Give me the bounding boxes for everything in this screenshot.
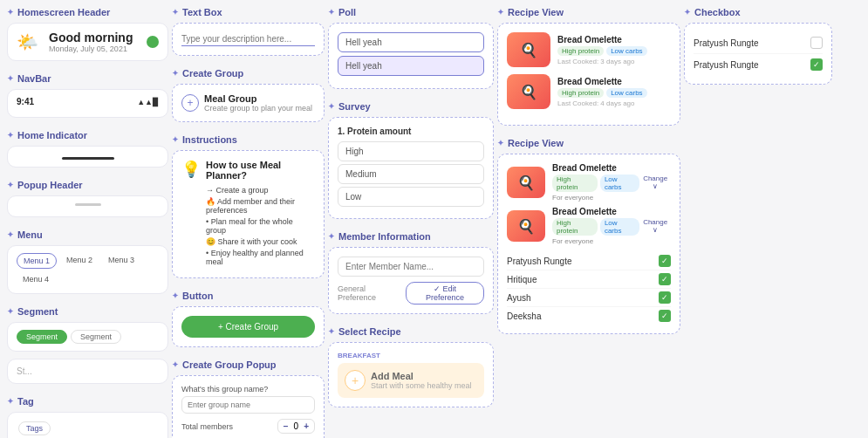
recipe-card-1[interactable]: 🍳 Bread Omelette High protein Low carbs … (507, 32, 671, 67)
checkbox-empty-1[interactable] (810, 37, 823, 49)
segment-title: Segment (7, 306, 168, 317)
menu-item-4[interactable]: Menu 4 (17, 272, 55, 286)
rv-recipe-img-1: 🍳 (507, 167, 545, 198)
survey-option-3[interactable]: Low (338, 187, 484, 207)
instructions-title: Instructions (172, 134, 325, 145)
recipe-tag-carb-2: Low carbs (606, 88, 646, 98)
edit-preference-button[interactable]: ✓ Edit Preference (406, 282, 484, 305)
member-name-input[interactable] (338, 257, 484, 277)
instr-step-1: → Create a group (206, 186, 315, 195)
menu-item-2[interactable]: Menu 2 (60, 253, 99, 269)
recipe-card-2[interactable]: 🍳 Bread Omelette High protein Low carbs … (507, 74, 671, 109)
add-meal-label: Add Meal (371, 371, 472, 381)
member-info-widget: General Preference ✓ Edit Preference (328, 247, 494, 314)
member-check-4: Deeksha ✓ (507, 307, 671, 325)
checkbox-title: Checkbox (684, 7, 832, 17)
text-box-section: Text Box (172, 7, 325, 63)
recipe-meta-1: Last Cooked: 3 days ago (557, 58, 647, 65)
checkbox-widget: Pratyush Rungte Pratyush Rungte ✓ (684, 23, 832, 85)
home-indicator-bar (62, 157, 114, 160)
column-3: Poll Hell yeah Hell yeah Survey 1. Prote… (328, 7, 494, 438)
menu-item-3[interactable]: Menu 3 (102, 253, 140, 269)
survey-widget: 1. Protein amount High Medium Low (328, 117, 494, 219)
recipe-name-1: Bread Omelette (557, 35, 647, 44)
greeting-date: Monday, July 05, 2021 (49, 44, 133, 53)
create-group-widget: + Meal Group Create group to plan your m… (172, 84, 325, 122)
tag-item-1[interactable]: Tags (18, 421, 51, 435)
recipe-view-bottom-section: Recipe View 🍳 Bread Omelette High protei… (497, 138, 680, 334)
recipe-tag-protein-1: High protein (557, 46, 604, 56)
button-section: Button + Create Group (172, 291, 325, 354)
survey-option-2[interactable]: Medium (338, 164, 484, 184)
poll-option-2[interactable]: Hell yeah (338, 56, 484, 76)
increment-button[interactable]: + (304, 421, 309, 431)
add-meal-card[interactable]: + Add Meal Start with some healthy meal (338, 363, 484, 398)
column-1: Homescreen Header 🌤️ Good morning Monday… (7, 7, 168, 438)
checkbox-row-1: Pratyush Rungte (694, 32, 823, 54)
create-group-section: Create Group + Meal Group Create group t… (172, 68, 325, 129)
member-check-2: Hritique ✓ (507, 270, 671, 289)
meal-group-name: Meal Group (204, 93, 312, 104)
check-icon-1: ✓ (659, 255, 671, 267)
instr-step-3: • Plan meal for the whole group (206, 217, 315, 235)
rv-recipe-img-2: 🍳 (507, 210, 545, 242)
menu-item-1[interactable]: Menu 1 (17, 253, 57, 269)
decrement-button[interactable]: − (284, 421, 289, 431)
member-info-title: Member Information (328, 231, 494, 242)
homescreen-header-section: Homescreen Header 🌤️ Good morning Monday… (7, 7, 168, 68)
tag-section: Tag Tags Tags Tags Tags (7, 396, 168, 438)
selected-meal-type: BREAKFAST (338, 352, 484, 359)
navbar-section: NavBar 9:41 ▲▲▉ (7, 73, 168, 125)
home-indicator-widget (7, 146, 168, 168)
rv-recipe-card-2: 🍳 Bread Omelette High protein Low carbs … (507, 207, 671, 245)
instr-step-4: 😊 Share it with your cook (206, 237, 315, 246)
text-box-input[interactable] (181, 32, 315, 46)
home-indicator-title: Home Indicator (7, 130, 168, 140)
checkbox-checked-1[interactable]: ✓ (810, 58, 823, 71)
survey-option-1[interactable]: High (338, 141, 484, 161)
recipe-view-bottom-widget: 🍳 Bread Omelette High protein Low carbs … (497, 154, 680, 334)
select-recipe-widget: BREAKFAST + Add Meal Start with some hea… (328, 342, 494, 407)
text-box-title: Text Box (172, 7, 325, 17)
create-group-button[interactable]: + Create Group (181, 316, 315, 338)
cb-name-2: Pratyush Rungte (694, 60, 759, 70)
segment-section: Segment Segment Segment St... (7, 306, 168, 391)
rv-recipe-name-2: Bread Omelette (552, 207, 639, 216)
member-check-name-3: Ayush (507, 293, 531, 303)
button-section-title: Button (172, 291, 325, 301)
recipe-tag-protein-2: High protein (557, 88, 604, 98)
segment-pill-1[interactable]: Segment (17, 330, 67, 344)
recipe-view-top-section: Recipe View 🍳 Bread Omelette High protei… (497, 7, 680, 133)
instructions-heading: How to use Meal Planner? (206, 160, 315, 181)
column-2: Text Box Create Group + Meal Group Creat… (172, 7, 325, 438)
recipe-img-2: 🍳 (507, 74, 550, 109)
segment-pill-2[interactable]: Segment (71, 330, 121, 344)
change-recipe-button-1[interactable]: Change ∨ (639, 175, 671, 190)
recipe-img-1: 🍳 (507, 32, 550, 67)
green-indicator (147, 36, 159, 48)
instr-step-5: • Enjoy healthy and planned meal (206, 249, 315, 266)
check-icon-4: ✓ (659, 310, 671, 322)
rv-recipe-name-1: Bread Omelette (552, 163, 639, 173)
cb-name-1: Pratyush Rungte (694, 38, 759, 48)
member-info-section: Member Information General Preference ✓ … (328, 231, 494, 321)
rv-recipe-card-1: 🍳 Bread Omelette High protein Low carbs … (507, 163, 671, 202)
popup-bar (75, 203, 101, 206)
poll-title: Poll (328, 7, 494, 17)
group-name-input[interactable] (181, 396, 315, 414)
checkbox-section: Checkbox Pratyush Rungte Pratyush Rungte… (684, 7, 832, 92)
member-count: 0 (294, 421, 299, 431)
menu-title: Menu (7, 229, 168, 240)
change-recipe-button-2[interactable]: Change ∨ (639, 218, 671, 234)
menu-section: Menu Menu 1 Menu 2 Menu 3 Menu 4 (7, 229, 168, 301)
poll-option-1[interactable]: Hell yeah (338, 32, 484, 52)
create-group-title: Create Group (172, 68, 325, 79)
survey-question: 1. Protein amount (338, 127, 484, 136)
members-label: Total members (181, 422, 233, 431)
menu-widget: Menu 1 Menu 2 Menu 3 Menu 4 (7, 245, 168, 294)
tags-widget: Tags Tags Tags Tags (7, 412, 168, 438)
button-widget: + Create Group (172, 306, 325, 347)
pref-label: General Preference (338, 284, 406, 302)
recipe-meta-2: Last Cooked: 4 days ago (557, 99, 647, 107)
plus-icon[interactable]: + (181, 94, 199, 112)
